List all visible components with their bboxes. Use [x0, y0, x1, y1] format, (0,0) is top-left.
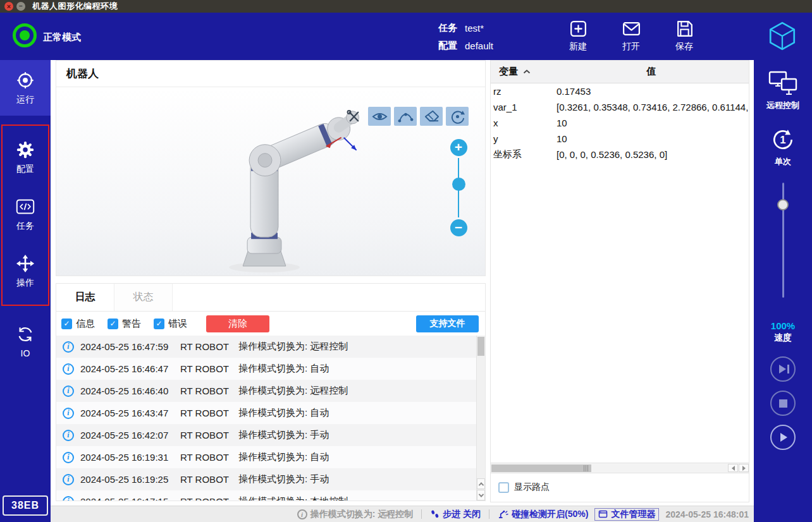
window-titlebar: 机器人图形化编程环境 [0, 0, 812, 13]
zoom-slider-track[interactable] [450, 158, 467, 217]
config-label: 配置 [438, 40, 457, 52]
task-value: test* [465, 23, 484, 33]
show-waypoints-label: 显示路点 [514, 482, 550, 493]
open-button[interactable]: 打开 [612, 18, 650, 52]
grip-icon [584, 465, 589, 471]
save-icon [674, 18, 695, 39]
new-button[interactable]: 新建 [559, 18, 597, 52]
slider-knob[interactable] [777, 199, 789, 210]
reset-view-button[interactable] [446, 107, 469, 126]
log-row: 2024-05-25 16:47:59RT ROBOT操作模式切换为: 远程控制 [56, 336, 476, 358]
header-bar: 正常模式 任务 test* 配置 default 新建 打开 保存 [0, 13, 812, 60]
remote-control-button[interactable]: 远程控制 [766, 70, 799, 111]
trajectory-button[interactable] [394, 107, 417, 126]
minimize-button[interactable] [16, 2, 25, 11]
mode-label: 正常模式 [43, 32, 81, 44]
info-checkbox[interactable] [61, 319, 72, 329]
info-circle-icon [63, 474, 74, 485]
variable-value: [0, 0, 0, 0.5236, 0.5236, 0] [554, 149, 749, 160]
close-button[interactable] [4, 2, 13, 11]
log-source: RT ROBOT [180, 496, 238, 501]
scroll-up-button[interactable] [477, 478, 485, 489]
tab-status[interactable]: 状态 [114, 284, 173, 311]
sidebar-item-operate[interactable]: 操作 [3, 243, 48, 300]
eye-icon [371, 109, 388, 124]
sidebar-item-task[interactable]: 任务 [3, 186, 48, 243]
svg-text:1: 1 [780, 134, 785, 146]
version-badge: 38EB [3, 495, 48, 516]
scroll-right-button[interactable] [739, 464, 749, 472]
speed-value: 100% [771, 320, 795, 331]
status-light-icon [13, 23, 37, 47]
info-circle-icon [297, 509, 307, 519]
speed-slider[interactable] [775, 183, 790, 298]
tab-log[interactable]: 日志 [56, 284, 114, 311]
log-source: RT ROBOT [180, 408, 238, 418]
file-manager-button[interactable]: 文件管理器 [594, 508, 659, 521]
collision-detection-toggle[interactable]: 碰撞检测开启(50%) [498, 509, 588, 520]
erase-button[interactable] [420, 107, 443, 126]
single-run-button[interactable]: 1 单次 [770, 126, 796, 167]
sidebar-item-config[interactable]: 配置 [3, 129, 48, 186]
log-time: 2024-05-25 16:47:59 [80, 341, 180, 352]
status-mode-text: 操作模式切换为: 远程控制 [311, 509, 414, 520]
open-file-icon [621, 18, 642, 39]
robot-panel-title: 机器人 [56, 61, 485, 87]
step-mode-label: 步进 关闭 [443, 509, 481, 520]
log-row: 2024-05-25 16:43:47RT ROBOT操作模式切换为: 自动 [56, 402, 476, 424]
chevron-down-icon [478, 492, 483, 497]
step-forward-button[interactable] [770, 356, 796, 382]
play-button[interactable] [770, 425, 796, 450]
robot-3d-viewport[interactable] [56, 87, 485, 276]
sidebar-item-run[interactable]: 运行 [0, 60, 51, 116]
warning-checkbox[interactable] [108, 319, 118, 329]
variable-row: rz0.17453 [491, 83, 749, 99]
file-actions: 新建 打开 保存 [559, 18, 703, 52]
scrollbar-thumb[interactable] [491, 464, 591, 472]
zoom-slider-knob[interactable] [452, 178, 465, 191]
variable-name: rz [491, 86, 554, 97]
visibility-button[interactable] [368, 107, 391, 126]
log-row: 2024-05-25 16:46:47RT ROBOT操作模式切换为: 自动 [56, 358, 476, 380]
step-mode-toggle[interactable]: 步进 关闭 [430, 509, 481, 520]
show-waypoints-checkbox[interactable] [498, 482, 509, 493]
variables-column-name: 变量 [499, 66, 518, 78]
variable-row: 坐标系[0, 0, 0, 0.5236, 0.5236, 0] [491, 147, 749, 162]
tools-button[interactable] [342, 107, 365, 126]
info-circle-icon [63, 408, 74, 419]
sidebar-item-label: 操作 [16, 277, 34, 289]
log-list: 2024-05-25 16:47:59RT ROBOT操作模式切换为: 远程控制… [56, 336, 485, 501]
info-circle-icon [63, 363, 74, 375]
remote-control-icon [768, 70, 798, 97]
zoom-in-button[interactable] [450, 139, 467, 156]
variable-value: 10 [554, 118, 749, 128]
open-button-label: 打开 [622, 41, 640, 52]
log-message: 操作模式切换为: 远程控制 [238, 385, 348, 397]
log-message: 操作模式切换为: 自动 [238, 407, 329, 419]
horizontal-scrollbar[interactable] [491, 463, 749, 473]
sidebar-item-io[interactable]: IO [0, 315, 51, 368]
stop-button[interactable] [770, 391, 796, 416]
log-scrollbar[interactable] [476, 336, 485, 501]
scroll-left-button[interactable] [728, 464, 738, 472]
io-sync-icon [16, 325, 35, 344]
error-checkbox[interactable] [154, 319, 164, 329]
variable-row: x10 [491, 115, 749, 131]
app-window: 机器人图形化编程环境 正常模式 任务 test* 配置 default 新建 打… [0, 0, 812, 522]
log-message: 操作模式切换为: 自动 [238, 363, 329, 375]
sidebar-item-label: 运行 [16, 94, 34, 106]
robot-panel: 机器人 [56, 60, 486, 276]
zoom-out-button[interactable] [450, 219, 467, 236]
collapse-button[interactable] [523, 70, 531, 74]
scrollbar-thumb[interactable] [477, 337, 484, 356]
support-files-button[interactable]: 支持文件 [416, 315, 479, 332]
file-manager-label: 文件管理器 [611, 509, 655, 520]
scroll-down-button[interactable] [477, 490, 485, 501]
save-button[interactable]: 保存 [665, 18, 703, 52]
log-time: 2024-05-25 16:19:25 [80, 474, 180, 485]
clear-log-button[interactable]: 清除 [206, 315, 269, 332]
log-source: RT ROBOT [180, 474, 238, 485]
rotate-icon [449, 109, 466, 124]
log-panel: 日志 状态 信息 警告 错误 清除 支持文件 2024-05-25 16:47:… [56, 283, 486, 501]
variables-header: 变量 值 [491, 61, 749, 83]
